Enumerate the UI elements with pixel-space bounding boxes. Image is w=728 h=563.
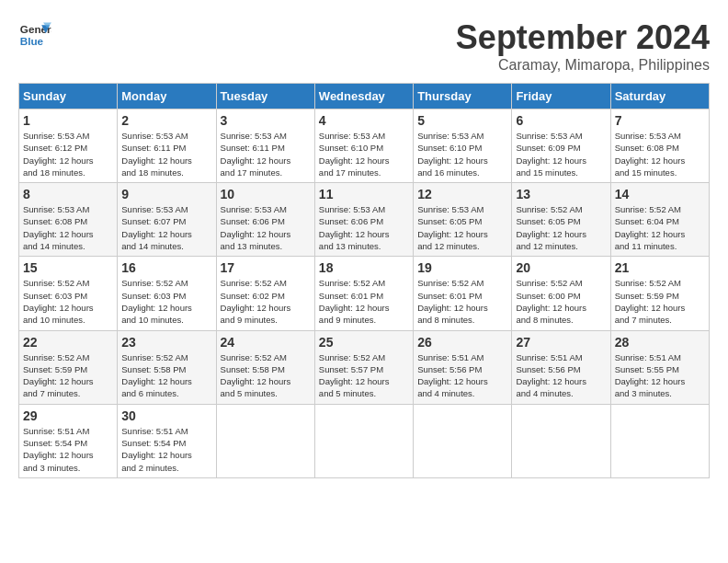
day-info: Sunrise: 5:53 AM Sunset: 6:11 PM Dayligh…: [221, 130, 311, 178]
day-cell: [414, 404, 512, 477]
day-number: 14: [615, 187, 705, 201]
title-section: September 2024 Caramay, Mimaropa, Philip…: [456, 18, 710, 74]
day-number: 12: [417, 187, 507, 201]
day-number: 26: [417, 335, 507, 350]
day-cell: 18Sunrise: 5:52 AM Sunset: 6:01 PM Dayli…: [314, 257, 413, 330]
day-number: 6: [516, 113, 606, 128]
day-number: 23: [121, 335, 211, 350]
day-cell: 4Sunrise: 5:53 AM Sunset: 6:10 PM Daylig…: [314, 109, 413, 183]
day-info: Sunrise: 5:52 AM Sunset: 6:03 PM Dayligh…: [23, 277, 113, 326]
day-info: Sunrise: 5:52 AM Sunset: 5:58 PM Dayligh…: [121, 351, 211, 400]
page-header: General Blue September 2024 Caramay, Mim…: [18, 18, 710, 74]
day-cell: [216, 404, 314, 477]
day-info: Sunrise: 5:51 AM Sunset: 5:56 PM Dayligh…: [417, 351, 507, 400]
day-cell: 29Sunrise: 5:51 AM Sunset: 5:54 PM Dayli…: [19, 404, 118, 477]
day-info: Sunrise: 5:53 AM Sunset: 6:08 PM Dayligh…: [23, 203, 113, 252]
day-cell: 23Sunrise: 5:52 AM Sunset: 5:58 PM Dayli…: [118, 330, 216, 404]
day-cell: [512, 404, 610, 477]
day-cell: 24Sunrise: 5:52 AM Sunset: 5:58 PM Dayli…: [216, 330, 314, 404]
calendar: Sunday Monday Tuesday Wednesday Thursday…: [18, 83, 710, 478]
weekday-header-row: Sunday Monday Tuesday Wednesday Thursday…: [19, 84, 710, 109]
day-cell: 28Sunrise: 5:51 AM Sunset: 5:55 PM Dayli…: [610, 330, 709, 404]
day-cell: 19Sunrise: 5:52 AM Sunset: 6:01 PM Dayli…: [414, 257, 512, 330]
day-info: Sunrise: 5:51 AM Sunset: 5:55 PM Dayligh…: [615, 351, 705, 400]
day-cell: 22Sunrise: 5:52 AM Sunset: 5:59 PM Dayli…: [19, 330, 118, 404]
day-info: Sunrise: 5:52 AM Sunset: 6:05 PM Dayligh…: [516, 203, 606, 252]
day-info: Sunrise: 5:53 AM Sunset: 6:11 PM Dayligh…: [121, 130, 211, 178]
day-number: 29: [23, 408, 113, 423]
location: Caramay, Mimaropa, Philippines: [456, 57, 710, 74]
day-cell: 9Sunrise: 5:53 AM Sunset: 6:07 PM Daylig…: [118, 183, 216, 257]
header-monday: Monday: [118, 84, 216, 109]
day-cell: 17Sunrise: 5:52 AM Sunset: 6:02 PM Dayli…: [216, 257, 314, 330]
header-wednesday: Wednesday: [314, 84, 413, 109]
logo: General Blue: [18, 18, 51, 52]
day-cell: 26Sunrise: 5:51 AM Sunset: 5:56 PM Dayli…: [414, 330, 512, 404]
week-row-1: 1Sunrise: 5:53 AM Sunset: 6:12 PM Daylig…: [19, 109, 710, 183]
day-number: 3: [221, 113, 311, 128]
day-info: Sunrise: 5:52 AM Sunset: 6:01 PM Dayligh…: [319, 277, 409, 326]
day-number: 28: [615, 335, 705, 350]
day-cell: 3Sunrise: 5:53 AM Sunset: 6:11 PM Daylig…: [216, 109, 314, 183]
day-cell: 14Sunrise: 5:52 AM Sunset: 6:04 PM Dayli…: [610, 183, 709, 257]
day-cell: 7Sunrise: 5:53 AM Sunset: 6:08 PM Daylig…: [610, 109, 709, 183]
day-number: 16: [121, 260, 211, 275]
day-cell: 1Sunrise: 5:53 AM Sunset: 6:12 PM Daylig…: [19, 109, 118, 183]
day-cell: 6Sunrise: 5:53 AM Sunset: 6:09 PM Daylig…: [512, 109, 610, 183]
day-number: 7: [615, 113, 705, 128]
week-row-5: 29Sunrise: 5:51 AM Sunset: 5:54 PM Dayli…: [19, 404, 710, 477]
day-number: 9: [121, 187, 211, 201]
day-cell: [610, 404, 709, 477]
day-info: Sunrise: 5:53 AM Sunset: 6:06 PM Dayligh…: [319, 203, 409, 252]
day-cell: 5Sunrise: 5:53 AM Sunset: 6:10 PM Daylig…: [414, 109, 512, 183]
day-number: 19: [417, 260, 507, 275]
day-number: 25: [319, 335, 409, 350]
day-info: Sunrise: 5:53 AM Sunset: 6:10 PM Dayligh…: [417, 130, 507, 178]
day-number: 2: [121, 113, 211, 128]
day-info: Sunrise: 5:52 AM Sunset: 6:04 PM Dayligh…: [615, 203, 705, 252]
day-cell: 11Sunrise: 5:53 AM Sunset: 6:06 PM Dayli…: [314, 183, 413, 257]
header-thursday: Thursday: [414, 84, 512, 109]
day-info: Sunrise: 5:51 AM Sunset: 5:54 PM Dayligh…: [121, 425, 211, 474]
day-number: 30: [121, 408, 211, 423]
day-info: Sunrise: 5:53 AM Sunset: 6:12 PM Dayligh…: [23, 130, 113, 178]
day-number: 15: [23, 260, 113, 275]
header-saturday: Saturday: [610, 84, 709, 109]
logo-icon: General Blue: [18, 18, 51, 52]
day-number: 20: [516, 260, 606, 275]
day-number: 10: [221, 187, 311, 201]
day-cell: 12Sunrise: 5:53 AM Sunset: 6:05 PM Dayli…: [414, 183, 512, 257]
header-friday: Friday: [512, 84, 610, 109]
day-info: Sunrise: 5:52 AM Sunset: 5:57 PM Dayligh…: [319, 351, 409, 400]
week-row-4: 22Sunrise: 5:52 AM Sunset: 5:59 PM Dayli…: [19, 330, 710, 404]
day-info: Sunrise: 5:53 AM Sunset: 6:09 PM Dayligh…: [516, 130, 606, 178]
svg-text:Blue: Blue: [20, 35, 44, 47]
day-number: 22: [23, 335, 113, 350]
day-number: 17: [221, 260, 311, 275]
day-info: Sunrise: 5:53 AM Sunset: 6:05 PM Dayligh…: [417, 203, 507, 252]
day-info: Sunrise: 5:52 AM Sunset: 6:03 PM Dayligh…: [121, 277, 211, 326]
day-info: Sunrise: 5:52 AM Sunset: 6:01 PM Dayligh…: [417, 277, 507, 326]
day-cell: 10Sunrise: 5:53 AM Sunset: 6:06 PM Dayli…: [216, 183, 314, 257]
day-info: Sunrise: 5:51 AM Sunset: 5:54 PM Dayligh…: [23, 425, 113, 474]
day-number: 11: [319, 187, 409, 201]
day-cell: 16Sunrise: 5:52 AM Sunset: 6:03 PM Dayli…: [118, 257, 216, 330]
month-title: September 2024: [456, 18, 710, 57]
day-number: 18: [319, 260, 409, 275]
day-number: 21: [615, 260, 705, 275]
day-cell: 20Sunrise: 5:52 AM Sunset: 6:00 PM Dayli…: [512, 257, 610, 330]
day-info: Sunrise: 5:53 AM Sunset: 6:07 PM Dayligh…: [121, 203, 211, 252]
day-number: 1: [23, 113, 113, 128]
day-number: 24: [221, 335, 311, 350]
day-cell: 2Sunrise: 5:53 AM Sunset: 6:11 PM Daylig…: [118, 109, 216, 183]
day-cell: 8Sunrise: 5:53 AM Sunset: 6:08 PM Daylig…: [19, 183, 118, 257]
day-cell: 25Sunrise: 5:52 AM Sunset: 5:57 PM Dayli…: [314, 330, 413, 404]
day-cell: 27Sunrise: 5:51 AM Sunset: 5:56 PM Dayli…: [512, 330, 610, 404]
day-info: Sunrise: 5:52 AM Sunset: 6:02 PM Dayligh…: [221, 277, 311, 326]
header-sunday: Sunday: [19, 84, 118, 109]
day-info: Sunrise: 5:52 AM Sunset: 5:58 PM Dayligh…: [221, 351, 311, 400]
day-number: 27: [516, 335, 606, 350]
week-row-2: 8Sunrise: 5:53 AM Sunset: 6:08 PM Daylig…: [19, 183, 710, 257]
day-info: Sunrise: 5:53 AM Sunset: 6:10 PM Dayligh…: [319, 130, 409, 178]
day-number: 13: [516, 187, 606, 201]
